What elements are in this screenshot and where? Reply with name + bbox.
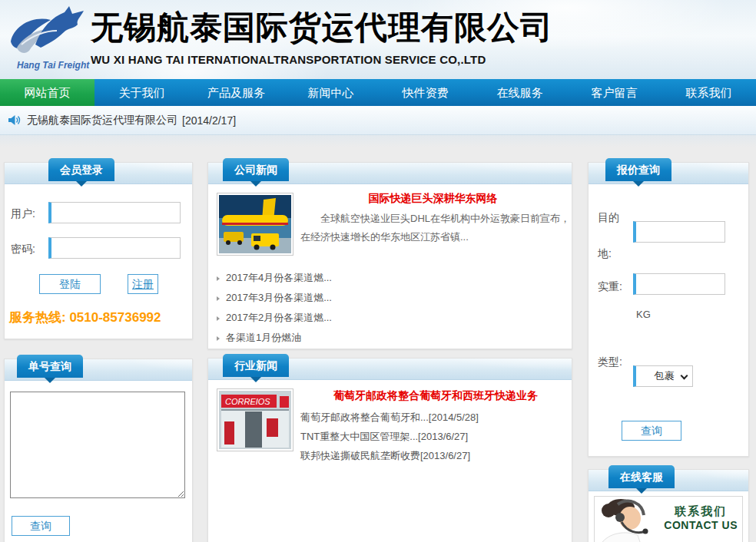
login-panel-tab: 会员登录	[48, 158, 114, 181]
password-field[interactable]	[48, 237, 181, 259]
tracking-panel-tab: 单号查询	[17, 355, 83, 378]
nav-item-rates[interactable]: 快件资费	[378, 79, 472, 106]
quote-panel-tab: 报价查询	[605, 158, 671, 181]
company-news-item[interactable]: 2017年3月份各渠道燃...	[217, 288, 564, 308]
online-service-header: 在线客服	[589, 470, 748, 491]
login-panel: 会员登录 用户: 密码: 登陆 注册 服务热线: 0510-85736992	[4, 162, 193, 339]
nav-item-home[interactable]: 网站首页	[0, 79, 94, 106]
type-select[interactable]: 包裹	[633, 365, 693, 387]
nav-item-about[interactable]: 关于我们	[94, 79, 189, 106]
quote-panel-header: 报价查询	[589, 163, 748, 184]
company-news-item-label: 2017年2月份各渠道燃...	[226, 312, 332, 323]
company-subtitle: WU XI HANG TAI ITERNATIONALTRANSPORTATIO…	[91, 53, 553, 66]
nav-item-products[interactable]: 产品及服务	[189, 79, 284, 106]
weight-label: 实重:	[598, 269, 627, 305]
contact-us-cn: 联系我们	[664, 504, 738, 519]
bullet-triangle-icon	[217, 276, 220, 281]
industry-news-tab: 行业新闻	[223, 354, 289, 377]
contact-us-banner[interactable]: 联系我们 CONTACT US	[594, 496, 743, 542]
contact-us-en: CONTACT US	[664, 519, 738, 531]
company-news-list: 2017年4月份各渠道燃... 2017年3月份各渠道燃... 2017年2月份…	[217, 268, 564, 348]
industry-news-thumbnail[interactable]: CORREIOS	[217, 388, 293, 451]
correios-store-image: CORREIOS	[219, 391, 291, 449]
announcement-text[interactable]: 无锡航泰国际货运代理有限公司	[27, 114, 177, 127]
industry-news-item[interactable]: 联邦快递撕破民航垄断收费[2013/6/27]	[300, 446, 479, 465]
destination-label: 目的地:	[598, 200, 627, 272]
company-logo: Hang Tai Freight	[6, 5, 88, 75]
quote-query-button[interactable]: 查询	[622, 421, 681, 441]
register-button[interactable]: 注册	[128, 274, 158, 294]
contact-text-block: 联系我们 CONTACT US	[664, 504, 738, 531]
content-top-fade	[0, 135, 756, 147]
announcement-bar: 无锡航泰国际货运代理有限公司 [2014/2/17]	[0, 106, 756, 135]
username-label: 用户:	[11, 207, 35, 221]
horse-logo-icon	[6, 5, 88, 58]
login-button[interactable]: 登陆	[39, 274, 101, 294]
industry-news-item[interactable]: TNT重整大中国区管理架...[2013/6/27]	[300, 427, 479, 446]
nav-item-guestbook[interactable]: 客户留言	[567, 79, 662, 106]
company-news-item-label: 各渠道1月份燃油	[226, 332, 301, 343]
nav-item-news[interactable]: 新闻中心	[284, 79, 378, 106]
online-service-panel: 在线客服 联系我们 CONTACT US	[588, 469, 749, 542]
company-news-item[interactable]: 2017年4月份各渠道燃...	[217, 268, 564, 288]
nav-item-online-service[interactable]: 在线服务	[472, 79, 567, 106]
company-news-item[interactable]: 2017年2月份各渠道燃...	[217, 308, 564, 328]
type-label: 类型:	[598, 344, 627, 380]
customer-service-agent-image	[595, 497, 665, 542]
type-select-value: 包裹	[655, 370, 675, 382]
site-header: Hang Tai Freight 无锡航泰国际货运代理有限公司 WU XI HA…	[0, 0, 756, 79]
company-news-summary-1: 全球航空快递业巨头DHL在华机构中外运敦豪日前宣布，	[300, 210, 571, 227]
industry-news-panel: 行业新闻 CORREIOS 葡萄牙邮政将整合葡萄牙和西班牙快递业务 葡萄牙邮政将…	[207, 358, 572, 542]
tracking-number-textarea[interactable]	[10, 392, 185, 498]
tracking-panel-header: 单号查询	[5, 359, 192, 381]
industry-news-header: 行业新闻	[208, 359, 572, 380]
login-panel-header: 会员登录	[5, 163, 192, 184]
company-news-tab: 公司新闻	[223, 158, 289, 181]
title-block: 无锡航泰国际货运代理有限公司 WU XI HANG TAI ITERNATION…	[91, 6, 553, 66]
industry-news-item[interactable]: 葡萄牙邮政将整合葡萄牙和...[2014/5/28]	[300, 408, 479, 427]
weight-field[interactable]	[633, 273, 725, 295]
nav-item-contact[interactable]: 联系我们	[662, 79, 756, 106]
bullet-triangle-icon	[217, 336, 220, 341]
company-news-panel: 公司新闻 国际快递巨头深耕华东网络 全球航空快递业巨头DHL在华机构中外运敦豪日…	[207, 162, 572, 349]
destination-field[interactable]	[633, 221, 725, 243]
bullet-triangle-icon	[217, 296, 220, 301]
correios-sign-text: CORREIOS	[225, 397, 270, 406]
company-title: 无锡航泰国际货运代理有限公司	[91, 6, 553, 49]
tracking-query-button[interactable]: 查询	[12, 516, 70, 536]
username-field[interactable]	[48, 202, 181, 223]
password-label: 密码:	[11, 243, 35, 256]
tracking-panel: 单号查询 查询	[4, 359, 193, 542]
industry-news-list: 葡萄牙邮政将整合葡萄牙和...[2014/5/28] TNT重整大中国区管理架.…	[300, 408, 479, 465]
main-nav: 网站首页 关于我们 产品及服务 新闻中心 快件资费 在线服务 客户留言 联系我们	[0, 79, 756, 106]
dhl-plane-image	[219, 195, 291, 253]
company-news-header: 公司新闻	[208, 163, 572, 184]
company-news-summary-2: 在经济快速增长的华东地区江苏省镇...	[300, 229, 571, 246]
company-news-headline[interactable]: 国际快递巨头深耕华东网络	[300, 192, 565, 206]
company-news-item-label: 2017年3月份各渠道燃...	[226, 292, 332, 303]
industry-news-headline[interactable]: 葡萄牙邮政将整合葡萄牙和西班牙快递业务	[300, 389, 571, 403]
chevron-down-icon	[681, 372, 688, 380]
speaker-icon	[8, 114, 21, 126]
logo-caption: Hang Tai Freight	[17, 60, 89, 71]
service-hotline: 服务热线: 0510-85736992	[9, 309, 161, 326]
weight-unit-label: KG	[636, 309, 651, 320]
bullet-triangle-icon	[217, 316, 220, 321]
announcement-date: [2014/2/17]	[182, 114, 236, 127]
company-news-thumbnail[interactable]	[217, 193, 293, 256]
company-news-item-label: 2017年4月份各渠道燃...	[226, 272, 332, 283]
company-news-item[interactable]: 各渠道1月份燃油	[217, 328, 564, 348]
quote-panel: 报价查询 目的地: 实重: KG 类型: 包裹 查询	[588, 162, 749, 457]
online-service-tab: 在线客服	[608, 465, 675, 488]
